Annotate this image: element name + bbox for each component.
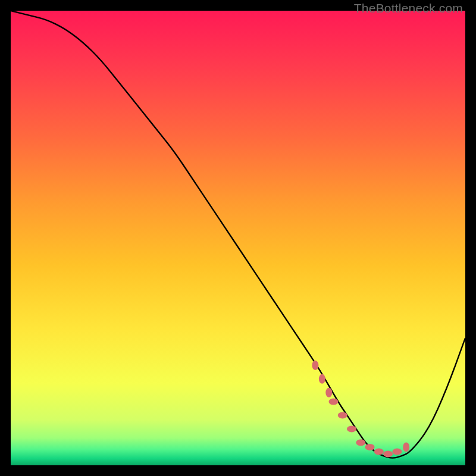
highlight-dot [403,442,409,452]
highlight-dot [392,449,402,455]
curve-layer [11,11,465,465]
plot-area [11,11,465,465]
highlight-dot [338,412,347,418]
highlight-dot [319,374,325,384]
highlight-dot [374,449,384,455]
highlight-dot [328,399,338,405]
watermark-text: TheBottleneck.com [354,1,463,15]
highlight-dot [383,450,393,457]
highlight-dot [365,444,375,450]
highlight-dot [312,361,318,370]
bottleneck-curve [11,11,465,458]
highlight-dot [347,425,356,432]
highlight-dots [312,361,409,457]
highlight-dot [356,439,365,446]
chart-frame: TheBottleneck.com [0,0,476,476]
highlight-dot [325,388,332,397]
